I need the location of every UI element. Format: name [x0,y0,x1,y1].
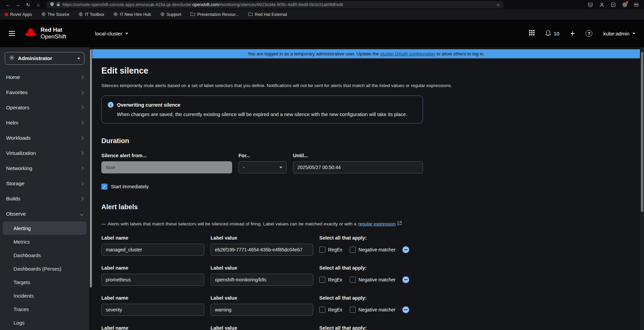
sidebar-item-storage[interactable]: Storage [0,176,89,191]
rover-favicon-icon [5,13,8,16]
bookmark-presentation-resources[interactable]: Presentation Resour... [191,12,239,17]
bookmark-it-toolbox[interactable]: IT Toolbox [79,12,104,17]
redhat-openshift-logo: Red Hat OpenShift [24,27,66,40]
regex-checkbox[interactable]: RegEx [319,247,342,253]
sidebar-item-operators[interactable]: Operators [0,100,89,115]
pocket-icon[interactable] [588,2,593,7]
bookmark-star-icon[interactable]: ☆ [496,2,500,7]
regex-checkbox[interactable]: RegEx [319,277,342,283]
bookmark-it-new-hire-hub[interactable]: IT New Hire Hub [114,12,151,17]
bookmark-the-source[interactable]: The Source [42,12,70,17]
sidebar-item-logs[interactable]: Logs [3,316,86,329]
reload-button[interactable]: ↻ [24,1,32,8]
alert-labels-heading: Alert labels [101,203,635,211]
quick-create-plus-icon[interactable]: + [570,29,575,37]
chevron-down-icon [633,33,635,34]
sidebar-item-workloads[interactable]: Workloads [0,130,89,145]
cluster-selector[interactable]: local-cluster [95,31,128,36]
until-input[interactable] [293,161,423,173]
sidebar-item-builds[interactable]: Builds [0,191,89,206]
bookmark-support[interactable]: Support [160,12,181,17]
bookmark-rover-apps[interactable]: Rover Apps [5,12,32,17]
label-name-input[interactable] [101,274,204,286]
sidebar-item-alerting[interactable]: Alerting [3,221,86,235]
sidebar-item-incidents[interactable]: Incidents [3,289,86,302]
user-menu[interactable]: kube:admin [603,31,635,36]
sidebar-item-dashboards-perses[interactable]: Dashboards (Perses) [3,262,86,275]
silence-from-label: Silence alert from... [101,153,232,158]
remove-label-button[interactable] [402,306,409,313]
label-value-input[interactable] [210,244,313,256]
chevron-down-icon [77,58,80,59]
chevron-right-icon [80,151,83,155]
sidebar-item-observe[interactable]: Observe [0,206,89,221]
account-icon[interactable] [599,2,604,7]
page-description: Silences temporarily mute alerts based o… [101,83,635,88]
remove-label-button[interactable] [402,246,409,253]
negative-matcher-checkbox[interactable]: Negative matcher [350,277,396,283]
sidebar-item-home[interactable]: Home [0,70,89,85]
remove-label-button[interactable] [402,276,409,283]
checkbox-icon [319,247,325,253]
help-icon[interactable]: ? [586,30,592,37]
oauth-configuration-link[interactable]: cluster OAuth configuration [380,51,435,56]
until-label: Until... [293,153,423,158]
extensions-icon[interactable] [611,2,616,7]
label-value-input[interactable] [210,304,313,316]
tracking-shield-icon[interactable] [50,2,54,8]
sidebar-item-traces[interactable]: Traces [3,302,86,316]
label-name-input[interactable] [101,244,204,256]
select-all-header: Select all that apply: [319,265,635,271]
sidebar-item-dashboards[interactable]: Dashboards [3,248,86,262]
regular-expression-link[interactable]: regular expression [358,221,396,226]
checkbox-icon [350,307,356,313]
negative-matcher-checkbox[interactable]: Negative matcher [350,307,396,313]
negative-matcher-checkbox[interactable]: Negative matcher [350,247,396,253]
label-name-header: Label name [101,235,204,241]
bookmark-red-hat-external[interactable]: Red Hat External [248,12,287,17]
sidebar-item-virtualization[interactable]: Virtualization [0,145,89,161]
sidebar-item-targets[interactable]: Targets [3,275,86,289]
sidebar-item-helm[interactable]: Helm [0,115,89,130]
url-bar[interactable]: https://console-openshift-console.apps.e… [47,1,503,8]
content-scrollbar[interactable] [640,47,644,330]
checkbox-icon [350,247,356,253]
permissions-lock-icon[interactable] [56,2,60,8]
checkbox-icon [350,277,356,283]
sidebar-item-favorites[interactable]: Favorites [0,85,89,100]
forward-button[interactable]: → [14,1,22,8]
sidebar: Administrator Home Favorites Operators H… [0,47,89,330]
minus-circle-icon [404,279,407,280]
extension-badge-icon[interactable] [622,2,627,7]
label-name-header: Label name [101,325,204,330]
notification-dot [626,1,628,4]
sidebar-scrollbar[interactable] [89,47,92,330]
content-scrollbar-thumb[interactable] [641,52,643,212]
folder-icon [248,12,253,17]
label-name-input[interactable] [101,304,204,316]
notifications-button[interactable]: 10 [545,30,560,37]
alert-body: When changes are saved, the currently ex… [117,112,417,117]
label-value-header: Label value [210,265,313,271]
browser-toolbar: ← → ↻ ⌂ https://console-openshift-consol… [0,0,644,9]
app-launcher-icon[interactable] [529,30,535,37]
checkbox-checked-icon [101,184,107,190]
silence-from-field: Silence alert from... [101,153,232,173]
sidebar-item-metrics[interactable]: Metrics [3,235,86,248]
label-value-input[interactable] [210,274,313,286]
back-button[interactable]: ← [3,1,12,8]
for-label: For... [239,153,287,158]
browser-menu-icon[interactable] [634,3,639,7]
sidebar-scrollbar-thumb[interactable] [90,49,92,287]
regex-checkbox[interactable]: RegEx [319,307,342,313]
start-immediately-checkbox[interactable]: Start immediately [101,184,635,190]
checkbox-icon [319,307,325,313]
chevron-right-icon [80,121,83,125]
for-select[interactable]: - [239,161,287,173]
sidebar-item-networking[interactable]: Networking [0,161,89,176]
nav-toggle-icon[interactable] [9,31,15,36]
chevron-right-icon [80,197,83,200]
perspective-switcher[interactable]: Administrator [5,52,84,65]
home-button[interactable]: ⌂ [34,1,43,8]
brand-line2: OpenShift [41,33,66,40]
